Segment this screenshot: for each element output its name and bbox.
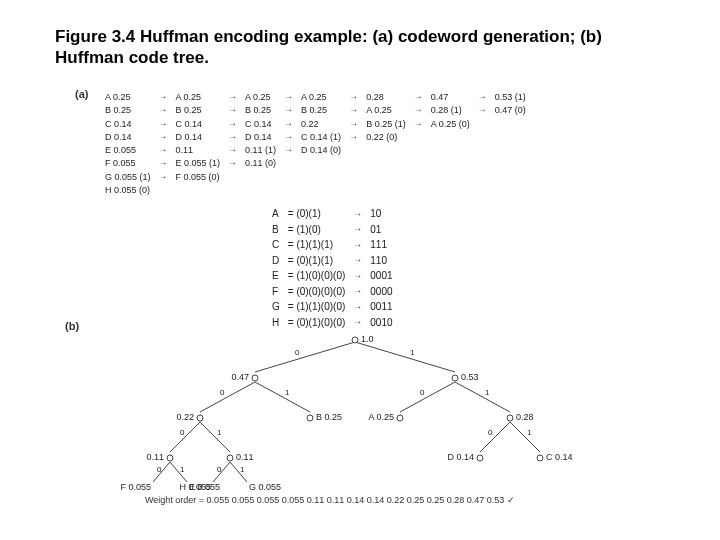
svg-point-14 bbox=[352, 337, 358, 343]
step-cell: 0.53 (1) bbox=[492, 92, 529, 103]
svg-text:1: 1 bbox=[217, 428, 222, 437]
code-bits: 10 bbox=[370, 207, 398, 221]
tree-node: 0.28 bbox=[516, 412, 534, 422]
code-paren: = (1)(1)(1) bbox=[288, 238, 352, 252]
svg-line-2 bbox=[200, 382, 255, 412]
code-sym: B bbox=[272, 223, 286, 237]
svg-point-16 bbox=[452, 375, 458, 381]
code-bits: 0010 bbox=[370, 316, 398, 330]
svg-line-10 bbox=[153, 462, 170, 482]
step-cell: 0.47 (0) bbox=[492, 105, 529, 116]
svg-point-17 bbox=[197, 415, 203, 421]
code-bits: 01 bbox=[370, 223, 398, 237]
code-sym: C bbox=[272, 238, 286, 252]
svg-text:0: 0 bbox=[488, 428, 493, 437]
svg-point-22 bbox=[227, 455, 233, 461]
tree-leaf-a: A 0.25 bbox=[368, 412, 394, 422]
svg-line-7 bbox=[200, 422, 230, 452]
step-cell: A 0.25 bbox=[363, 105, 409, 116]
step-cell: A 0.25 bbox=[173, 92, 224, 103]
svg-line-9 bbox=[510, 422, 540, 452]
step-cell: A 0.25 (0) bbox=[428, 119, 473, 130]
svg-text:1: 1 bbox=[285, 388, 290, 397]
svg-point-19 bbox=[397, 415, 403, 421]
step-cell: F 0.055 bbox=[102, 158, 154, 169]
svg-point-24 bbox=[537, 455, 543, 461]
svg-point-21 bbox=[167, 455, 173, 461]
part-a-label: (a) bbox=[75, 88, 88, 100]
svg-line-1 bbox=[355, 342, 455, 372]
svg-point-15 bbox=[252, 375, 258, 381]
codeword-list: A= (0)(1)→10 B= (1)(0)→01 C= (1)(1)(1)→1… bbox=[270, 205, 401, 331]
code-sym: E bbox=[272, 269, 286, 283]
step-cell: 0.22 (0) bbox=[363, 132, 409, 143]
figure-title: Figure 3.4 Huffman encoding example: (a)… bbox=[55, 26, 615, 69]
svg-text:0: 0 bbox=[217, 465, 222, 474]
code-sym: G bbox=[272, 300, 286, 314]
svg-text:1: 1 bbox=[180, 465, 185, 474]
step-cell: 0.11 bbox=[173, 145, 224, 156]
tree-node: 0.53 bbox=[461, 372, 479, 382]
step-cell: B 0.25 bbox=[173, 105, 224, 116]
code-sym: D bbox=[272, 254, 286, 268]
step-cell: B 0.25 (1) bbox=[363, 119, 409, 130]
step-cell: D 0.14 bbox=[102, 132, 154, 143]
tree-leaf-b: B 0.25 bbox=[316, 412, 342, 422]
step-cell: E 0.055 bbox=[102, 145, 154, 156]
svg-line-5 bbox=[455, 382, 510, 412]
svg-text:1: 1 bbox=[410, 348, 415, 357]
part-b-label: (b) bbox=[65, 320, 79, 332]
svg-text:0: 0 bbox=[220, 388, 225, 397]
svg-point-18 bbox=[307, 415, 313, 421]
svg-text:1: 1 bbox=[527, 428, 532, 437]
step-cell: D 0.14 bbox=[173, 132, 224, 143]
svg-text:0: 0 bbox=[420, 388, 425, 397]
step-cell: F 0.055 (0) bbox=[173, 172, 224, 183]
svg-line-0 bbox=[255, 342, 355, 372]
step-cell: A 0.25 bbox=[298, 92, 344, 103]
step-cell: 0.22 bbox=[298, 119, 344, 130]
step-cell: D 0.14 bbox=[242, 132, 279, 143]
step-cell: C 0.14 bbox=[173, 119, 224, 130]
code-paren: = (0)(1)(0)(0) bbox=[288, 316, 352, 330]
step-cell: 0.11 (1) bbox=[242, 145, 279, 156]
code-bits: 0011 bbox=[370, 300, 398, 314]
code-sym: A bbox=[272, 207, 286, 221]
tree-leaf-c: C 0.14 bbox=[546, 452, 573, 462]
step-cell: C 0.14 (1) bbox=[298, 132, 344, 143]
step-cell: A 0.25 bbox=[102, 92, 154, 103]
code-paren: = (1)(1)(0)(0) bbox=[288, 300, 352, 314]
codeword-generation-steps: A 0.25→ A 0.25→ A 0.25→ A 0.25→ 0.28→ 0.… bbox=[100, 90, 531, 198]
svg-point-20 bbox=[507, 415, 513, 421]
svg-line-8 bbox=[480, 422, 510, 452]
code-sym: H bbox=[272, 316, 286, 330]
step-cell: 0.47 bbox=[428, 92, 473, 103]
tree-leaf-g: G 0.055 bbox=[249, 482, 281, 492]
tree-node-root: 1.0 bbox=[361, 334, 374, 344]
code-bits: 0000 bbox=[370, 285, 398, 299]
svg-text:0: 0 bbox=[157, 465, 162, 474]
step-cell: B 0.25 bbox=[102, 105, 154, 116]
code-bits: 111 bbox=[370, 238, 398, 252]
code-paren: = (1)(0) bbox=[288, 223, 352, 237]
svg-line-3 bbox=[255, 382, 310, 412]
code-paren: = (0)(1)(1) bbox=[288, 254, 352, 268]
svg-text:1: 1 bbox=[485, 388, 490, 397]
step-cell: D 0.14 (0) bbox=[298, 145, 344, 156]
step-cell: H 0.055 (0) bbox=[102, 185, 154, 196]
tree-leaf-f: F 0.055 bbox=[120, 482, 151, 492]
step-cell: E 0.055 (1) bbox=[173, 158, 224, 169]
step-cell: A 0.25 bbox=[242, 92, 279, 103]
step-cell: C 0.14 bbox=[242, 119, 279, 130]
code-paren: = (0)(1) bbox=[288, 207, 352, 221]
weight-order-line: Weight order = 0.055 0.055 0.055 0.055 0… bbox=[145, 495, 515, 505]
svg-point-23 bbox=[477, 455, 483, 461]
code-sym: F bbox=[272, 285, 286, 299]
svg-text:0: 0 bbox=[180, 428, 185, 437]
step-cell: G 0.055 (1) bbox=[102, 172, 154, 183]
step-cell: B 0.25 bbox=[242, 105, 279, 116]
svg-text:1: 1 bbox=[240, 465, 245, 474]
huffman-tree: 01 01 01 01 01 01 01 1.0 0.47 0.53 0.22 … bbox=[145, 330, 565, 485]
tree-leaf-h: H 0.055 bbox=[179, 482, 211, 492]
svg-line-6 bbox=[170, 422, 200, 452]
